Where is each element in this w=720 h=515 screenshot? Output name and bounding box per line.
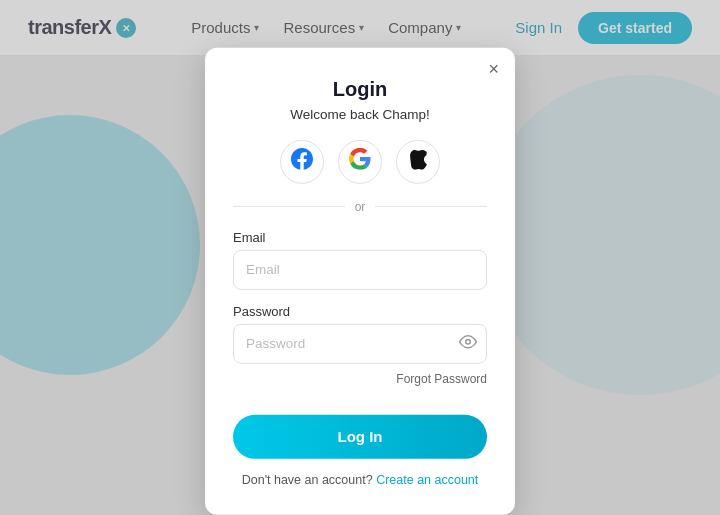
facebook-icon bbox=[291, 148, 313, 175]
facebook-login-button[interactable] bbox=[280, 139, 324, 183]
forgot-password-container: Forgot Password bbox=[233, 368, 487, 386]
or-text: or bbox=[355, 199, 366, 213]
google-login-button[interactable] bbox=[338, 139, 382, 183]
email-label: Email bbox=[233, 229, 487, 244]
or-line-left bbox=[233, 206, 345, 207]
email-input[interactable] bbox=[233, 249, 487, 289]
modal-subtitle: Welcome back Champ! bbox=[233, 106, 487, 121]
or-divider: or bbox=[233, 199, 487, 213]
apple-icon bbox=[408, 148, 428, 175]
password-toggle-icon[interactable] bbox=[459, 332, 477, 354]
password-form-group: Password Forgot Password bbox=[233, 303, 487, 386]
modal-title: Login bbox=[233, 77, 487, 100]
google-icon bbox=[349, 148, 371, 175]
register-row: Don't have an account? Create an account bbox=[233, 472, 487, 486]
svg-point-2 bbox=[466, 339, 471, 344]
password-input[interactable] bbox=[233, 323, 487, 363]
modal-close-button[interactable]: × bbox=[488, 59, 499, 77]
or-line-right bbox=[375, 206, 487, 207]
apple-login-button[interactable] bbox=[396, 139, 440, 183]
login-modal: × Login Welcome back Champ! bbox=[205, 47, 515, 514]
forgot-password-link[interactable]: Forgot Password bbox=[396, 371, 487, 385]
email-form-group: Email bbox=[233, 229, 487, 289]
no-account-text: Don't have an account? bbox=[242, 472, 373, 486]
password-label: Password bbox=[233, 303, 487, 318]
password-wrapper bbox=[233, 323, 487, 363]
create-account-link[interactable]: Create an account bbox=[376, 472, 478, 486]
social-buttons bbox=[233, 139, 487, 183]
login-button[interactable]: Log In bbox=[233, 414, 487, 458]
